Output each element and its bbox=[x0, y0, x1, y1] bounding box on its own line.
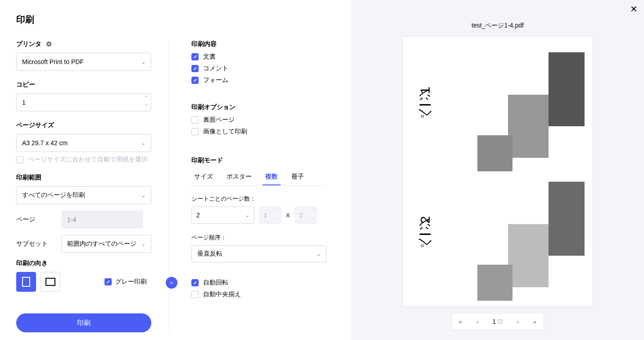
orientation-portrait-button[interactable] bbox=[16, 272, 36, 292]
auto-fit-label: ページサイズに合わせて自動で用紙を選択 bbox=[28, 156, 148, 164]
pages-label: ページ bbox=[16, 216, 49, 224]
gear-icon[interactable]: ⚙ bbox=[46, 40, 52, 48]
pager-total: 2 bbox=[499, 318, 503, 325]
auto-rotate-checkbox[interactable] bbox=[191, 279, 199, 286]
range-select[interactable]: すべてのページを印刷⌄ bbox=[16, 186, 151, 204]
chevron-down-icon: ⌄ bbox=[141, 193, 145, 198]
auto-center-checkbox[interactable] bbox=[191, 291, 199, 298]
pages-input[interactable]: 1-4 bbox=[61, 211, 143, 229]
content-document-checkbox[interactable] bbox=[191, 53, 199, 60]
pager-current: 1 bbox=[492, 318, 496, 325]
page-order-label: ページ順序： bbox=[191, 234, 331, 242]
dialog-title: 印刷 bbox=[16, 14, 351, 26]
orientation-landscape-button[interactable] bbox=[41, 272, 60, 292]
chevron-down-icon: ⌄ bbox=[141, 241, 145, 247]
options-label: 印刷オプション bbox=[191, 103, 331, 111]
preview-page-2-text: ページ2 bbox=[416, 215, 435, 257]
pager-next-button[interactable]: › bbox=[509, 313, 526, 330]
range-label: 印刷範囲 bbox=[16, 174, 153, 182]
print-preview: ページ1 ページ2 bbox=[402, 36, 593, 307]
x-separator: X bbox=[286, 212, 290, 219]
content-comments-checkbox[interactable] bbox=[191, 65, 199, 72]
preview-filename: test_ページ1-4.pdf bbox=[472, 22, 524, 30]
reverse-pages-checkbox[interactable] bbox=[191, 116, 199, 124]
pages-per-sheet-label: シートごとのページ数： bbox=[191, 195, 331, 203]
content-label: 印刷内容 bbox=[191, 40, 331, 48]
chevron-down-icon: ⌄ bbox=[141, 59, 145, 65]
rows-input: 1⌃⌄ bbox=[259, 207, 281, 224]
grayscale-checkbox[interactable] bbox=[104, 278, 112, 285]
page-size-label: ページサイズ bbox=[16, 121, 153, 129]
chevron-down-icon: ⌄ bbox=[245, 212, 249, 218]
cols-input: 2⌃⌄ bbox=[295, 207, 317, 224]
pager-last-button[interactable]: » bbox=[526, 313, 544, 330]
copies-input[interactable]: 1⌃⌄ bbox=[16, 93, 151, 111]
tab-poster[interactable]: ポスター bbox=[224, 169, 254, 185]
pager-prev-button[interactable]: ‹ bbox=[469, 313, 486, 330]
pages-per-sheet-select[interactable]: 2⌄ bbox=[191, 207, 254, 224]
preview-pager: « ‹ 1 /2 › » bbox=[451, 313, 544, 330]
tab-multiple[interactable]: 複数 bbox=[263, 169, 281, 185]
close-icon[interactable]: ✕ bbox=[630, 4, 638, 14]
chevron-down-icon: ⌄ bbox=[317, 251, 321, 257]
content-forms-checkbox[interactable] bbox=[191, 77, 199, 84]
orientation-label: 印刷の向き bbox=[16, 259, 153, 267]
grayscale-label: グレー印刷 bbox=[115, 278, 147, 286]
mode-label: 印刷モード bbox=[191, 156, 331, 165]
subset-label: サブセット bbox=[16, 240, 49, 248]
subset-select[interactable]: 範囲内のすべてのページ⌄ bbox=[61, 235, 151, 253]
tab-booklet[interactable]: 冊子 bbox=[289, 169, 307, 185]
collapse-panel-button[interactable]: ›› bbox=[166, 277, 177, 289]
auto-fit-checkbox[interactable] bbox=[16, 156, 23, 163]
printer-label: プリンタ bbox=[16, 40, 41, 48]
page-order-select[interactable]: 垂直反転⌄ bbox=[191, 245, 327, 262]
page-size-select[interactable]: A3 29.7 x 42 cm⌄ bbox=[16, 134, 151, 152]
printer-select[interactable]: Microsoft Print to PDF⌄ bbox=[16, 53, 151, 71]
print-button[interactable]: 印刷 bbox=[16, 313, 151, 332]
chevron-down-icon: ⌄ bbox=[141, 140, 145, 146]
preview-page-1-text: ページ1 bbox=[416, 86, 435, 128]
tab-size[interactable]: サイズ bbox=[191, 169, 216, 185]
pager-first-button[interactable]: « bbox=[452, 313, 469, 330]
print-as-image-checkbox[interactable] bbox=[191, 128, 199, 135]
copies-label: コピー bbox=[16, 81, 153, 89]
